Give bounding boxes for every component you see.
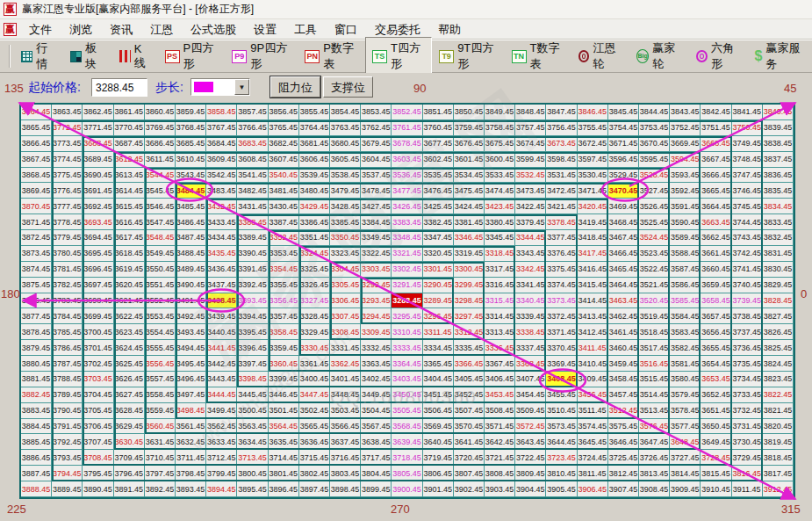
toolbar-button-quotes[interactable]: 行情 xyxy=(14,37,63,76)
price-cell: 3722.45 xyxy=(515,450,546,466)
price-cell: 3691.45 xyxy=(83,183,113,199)
price-cell: 3665.45 xyxy=(701,183,731,199)
price-cell: 3322.45 xyxy=(361,246,392,262)
price-cell: 3642.45 xyxy=(485,434,515,450)
toolbar-button-t-table[interactable]: TNT数字表 xyxy=(505,37,571,76)
toolbar-button-winner-service[interactable]: $赢家服务 xyxy=(748,37,812,76)
toolbar-button-9p-square[interactable]: P99P四方形 xyxy=(225,37,298,76)
price-cell: 3788.45 xyxy=(52,372,83,387)
price-cell: 3835.45 xyxy=(763,183,794,199)
price-cell: 3861.45 xyxy=(114,105,145,120)
price-cell: 3413.45 xyxy=(578,308,608,324)
price-cell: 3608.45 xyxy=(237,152,268,168)
price-cell: 3762.45 xyxy=(361,120,392,136)
price-cell: 3821.45 xyxy=(763,403,794,419)
menu-item-浏览[interactable]: 浏览 xyxy=(61,21,101,38)
toolbar-label: 赢家服务 xyxy=(766,40,805,72)
9t-square-icon: T9 xyxy=(439,50,454,63)
price-cell: 3482.45 xyxy=(237,183,268,199)
price-cell: 3388.45 xyxy=(237,214,268,230)
price-cell: 3324.45 xyxy=(299,246,330,262)
menu-item-窗口[interactable]: 窗口 xyxy=(326,21,366,38)
price-cell: 3436.45 xyxy=(206,262,237,278)
gann-wheel-icon xyxy=(578,50,590,62)
price-cell: 3555.45 xyxy=(145,340,176,356)
price-cell: 3701.45 xyxy=(83,340,113,356)
price-cell: 3362.45 xyxy=(330,356,361,372)
price-cell: 3567.45 xyxy=(361,419,392,435)
price-cell: 3463.45 xyxy=(608,293,639,309)
toolbar-button-winner-wheel[interactable]: Big赢家轮 xyxy=(629,37,689,76)
menu-item-帮助[interactable]: 帮助 xyxy=(429,21,470,38)
menu-item-设置[interactable]: 设置 xyxy=(245,21,285,38)
price-cell: 3696.45 xyxy=(83,262,113,278)
resistance-button[interactable]: 阻力位 xyxy=(270,76,320,98)
sectors-icon xyxy=(70,51,82,62)
toolbar-button-sectors[interactable]: 板块 xyxy=(63,37,112,76)
price-cell: 3552.45 xyxy=(145,293,176,309)
price-cell: 3382.45 xyxy=(423,214,454,230)
price-cell: 3545.45 xyxy=(145,183,176,199)
price-cell: 3786.45 xyxy=(52,340,83,356)
price-cell: 3865.45 xyxy=(21,120,52,136)
price-cell: 3750.45 xyxy=(732,120,763,136)
price-cell: 3383.45 xyxy=(392,214,422,230)
price-cell: 3558.45 xyxy=(145,387,176,403)
support-button[interactable]: 支撑位 xyxy=(323,76,373,98)
price-cell: 3371.45 xyxy=(546,324,577,340)
price-cell: 3719.45 xyxy=(423,450,454,466)
price-cell: 3901.45 xyxy=(423,481,454,497)
dropdown-arrow-icon[interactable]: ▼ xyxy=(234,79,249,95)
price-cell: 3729.45 xyxy=(732,450,763,466)
price-cell: 3568.45 xyxy=(392,419,422,435)
price-cell: 3546.45 xyxy=(145,199,176,214)
price-cell: 3440.45 xyxy=(206,324,237,340)
start-price-input[interactable] xyxy=(91,78,147,97)
price-cell: 3767.45 xyxy=(206,120,237,136)
price-cell: 3829.45 xyxy=(763,278,794,293)
price-cell: 3678.45 xyxy=(392,136,422,152)
menu-item-文件[interactable]: 文件 xyxy=(20,21,61,38)
price-cell: 3704.45 xyxy=(83,387,113,403)
toolbar-button-hexagon[interactable]: 六角形 xyxy=(689,37,747,76)
price-cell: 3418.45 xyxy=(578,230,608,246)
price-cell: 3653.45 xyxy=(701,372,731,387)
price-cell: 3528.45 xyxy=(639,168,670,184)
price-cell: 3526.45 xyxy=(639,199,670,214)
price-cell: 3366.45 xyxy=(454,356,485,372)
menu-item-工具[interactable]: 工具 xyxy=(285,21,326,38)
price-cell: 3697.45 xyxy=(83,278,113,293)
toolbar-button-gann-wheel[interactable]: 江恩轮 xyxy=(571,37,629,76)
price-cell: 3343.45 xyxy=(515,246,546,262)
menu-item-交易委托[interactable]: 交易委托 xyxy=(366,21,429,38)
price-cell: 3423.45 xyxy=(485,199,515,214)
price-cell: 3529.45 xyxy=(608,168,639,184)
price-cell: 3614.45 xyxy=(114,183,145,199)
toolbar-button-t-square[interactable]: TST四方形 xyxy=(365,37,432,76)
menu-item-公式选股[interactable]: 公式选股 xyxy=(182,21,245,38)
price-cell: 3292.45 xyxy=(361,278,392,293)
toolbar-button-p-table[interactable]: PNP数字表 xyxy=(298,37,365,76)
price-cell: 3442.45 xyxy=(206,356,237,372)
price-cell: 3536.45 xyxy=(392,168,422,184)
price-cell: 3640.45 xyxy=(423,434,454,450)
toolbar-button-p-square[interactable]: PSP四方形 xyxy=(158,37,226,76)
controls-row: 135 起始价格: 步长: ▼ 阻力位 支撑位 90 45 xyxy=(0,73,812,103)
price-cell: 3775.45 xyxy=(52,168,83,184)
step-color-dropdown[interactable]: ▼ xyxy=(190,78,250,96)
price-cell: 3394.45 xyxy=(237,308,268,324)
price-cell: 3541.45 xyxy=(237,168,268,184)
toolbar-button-9t-square[interactable]: T99T四方形 xyxy=(432,37,504,76)
price-cell: 3490.45 xyxy=(176,278,206,293)
price-cell: 3333.45 xyxy=(392,340,422,356)
price-cell: 3703.45 xyxy=(83,372,113,387)
toolbar-button-kline[interactable]: K线 xyxy=(112,39,158,75)
toolbar-label: 六角形 xyxy=(711,40,741,72)
price-cell: 3506.45 xyxy=(423,403,454,419)
menu-item-江恩[interactable]: 江恩 xyxy=(141,21,182,38)
menu-item-资讯[interactable]: 资讯 xyxy=(101,21,141,38)
price-cell: 3464.45 xyxy=(608,278,639,293)
price-cell: 3425.45 xyxy=(423,199,454,214)
gann-price-square-grid: 3864.453863.453862.453861.453860.453859.… xyxy=(19,103,795,499)
price-cell: 3864.45 xyxy=(21,105,52,120)
